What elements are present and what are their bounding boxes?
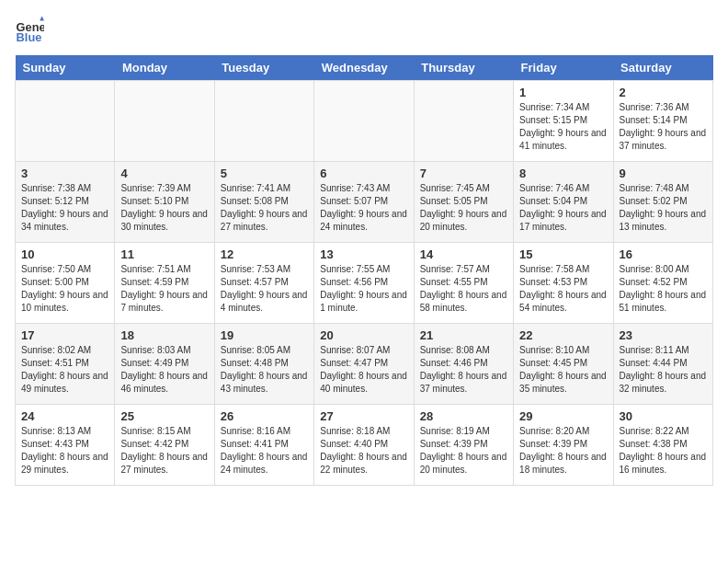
calendar-cell: 15Sunrise: 7:58 AM Sunset: 4:53 PM Dayli… [514, 243, 613, 324]
calendar-week-3: 10Sunrise: 7:50 AM Sunset: 5:00 PM Dayli… [16, 243, 713, 324]
day-info: Sunrise: 7:39 AM Sunset: 5:10 PM Dayligh… [120, 182, 208, 234]
day-number: 8 [519, 167, 607, 180]
header-thursday: Thursday [414, 55, 513, 81]
day-info: Sunrise: 8:02 AM Sunset: 4:51 PM Dayligh… [21, 344, 108, 396]
day-info: Sunrise: 7:38 AM Sunset: 5:12 PM Dayligh… [21, 182, 108, 234]
day-info: Sunrise: 8:03 AM Sunset: 4:49 PM Dayligh… [120, 344, 208, 396]
calendar-cell: 16Sunrise: 8:00 AM Sunset: 4:52 PM Dayli… [613, 243, 712, 324]
day-number: 2 [620, 86, 707, 99]
calendar-cell [16, 81, 115, 162]
calendar-cell [314, 81, 414, 162]
day-number: 21 [420, 328, 507, 342]
calendar-cell: 17Sunrise: 8:02 AM Sunset: 4:51 PM Dayli… [16, 324, 115, 405]
day-info: Sunrise: 7:50 AM Sunset: 5:00 PM Dayligh… [21, 263, 108, 315]
calendar-week-5: 24Sunrise: 8:13 AM Sunset: 4:43 PM Dayli… [16, 405, 713, 486]
day-info: Sunrise: 7:55 AM Sunset: 4:56 PM Dayligh… [320, 263, 407, 315]
day-info: Sunrise: 8:11 AM Sunset: 4:44 PM Dayligh… [620, 344, 707, 396]
day-number: 23 [620, 328, 707, 342]
calendar-cell: 22Sunrise: 8:10 AM Sunset: 4:45 PM Dayli… [514, 324, 613, 405]
day-info: Sunrise: 7:51 AM Sunset: 4:59 PM Dayligh… [120, 263, 208, 315]
day-info: Sunrise: 7:48 AM Sunset: 5:02 PM Dayligh… [620, 182, 707, 234]
calendar-cell [115, 81, 214, 162]
day-info: Sunrise: 7:36 AM Sunset: 5:14 PM Dayligh… [620, 101, 707, 153]
day-number: 1 [519, 86, 607, 99]
day-number: 15 [519, 247, 607, 261]
day-number: 19 [221, 328, 308, 342]
day-number: 9 [620, 167, 707, 180]
calendar-cell: 14Sunrise: 7:57 AM Sunset: 4:55 PM Dayli… [414, 243, 513, 324]
calendar-header-row: SundayMondayTuesdayWednesdayThursdayFrid… [16, 55, 713, 81]
day-info: Sunrise: 8:15 AM Sunset: 4:42 PM Dayligh… [120, 425, 208, 477]
calendar-cell: 27Sunrise: 8:18 AM Sunset: 4:40 PM Dayli… [314, 405, 414, 486]
day-info: Sunrise: 7:53 AM Sunset: 4:57 PM Dayligh… [221, 263, 308, 315]
calendar-cell: 4Sunrise: 7:39 AM Sunset: 5:10 PM Daylig… [115, 162, 214, 243]
calendar-cell: 1Sunrise: 7:34 AM Sunset: 5:15 PM Daylig… [514, 81, 613, 162]
page-header: General Blue [15, 15, 713, 44]
day-number: 30 [620, 409, 707, 423]
day-number: 14 [420, 247, 507, 261]
day-number: 12 [221, 247, 308, 261]
header-friday: Friday [514, 55, 613, 81]
day-number: 6 [320, 167, 407, 180]
day-number: 22 [519, 328, 607, 342]
calendar-cell: 3Sunrise: 7:38 AM Sunset: 5:12 PM Daylig… [16, 162, 115, 243]
calendar-cell: 20Sunrise: 8:07 AM Sunset: 4:47 PM Dayli… [314, 324, 414, 405]
day-number: 26 [221, 409, 308, 423]
day-number: 18 [120, 328, 208, 342]
header-tuesday: Tuesday [214, 55, 313, 81]
header-wednesday: Wednesday [314, 55, 414, 81]
day-info: Sunrise: 7:45 AM Sunset: 5:05 PM Dayligh… [420, 182, 507, 234]
day-number: 25 [120, 409, 208, 423]
calendar-cell: 25Sunrise: 8:15 AM Sunset: 4:42 PM Dayli… [115, 405, 214, 486]
day-info: Sunrise: 8:16 AM Sunset: 4:41 PM Dayligh… [221, 425, 308, 477]
calendar-cell [214, 81, 313, 162]
calendar-cell: 8Sunrise: 7:46 AM Sunset: 5:04 PM Daylig… [514, 162, 613, 243]
day-number: 29 [519, 409, 607, 423]
header-monday: Monday [115, 55, 214, 81]
calendar-cell: 5Sunrise: 7:41 AM Sunset: 5:08 PM Daylig… [214, 162, 313, 243]
day-info: Sunrise: 8:13 AM Sunset: 4:43 PM Dayligh… [21, 425, 108, 477]
day-number: 24 [21, 409, 108, 423]
calendar-cell: 18Sunrise: 8:03 AM Sunset: 4:49 PM Dayli… [115, 324, 214, 405]
day-info: Sunrise: 8:22 AM Sunset: 4:38 PM Dayligh… [620, 425, 707, 477]
day-info: Sunrise: 8:00 AM Sunset: 4:52 PM Dayligh… [620, 263, 707, 315]
day-info: Sunrise: 7:58 AM Sunset: 4:53 PM Dayligh… [519, 263, 607, 315]
day-info: Sunrise: 8:10 AM Sunset: 4:45 PM Dayligh… [519, 344, 607, 396]
calendar-week-2: 3Sunrise: 7:38 AM Sunset: 5:12 PM Daylig… [16, 162, 713, 243]
calendar-cell: 10Sunrise: 7:50 AM Sunset: 5:00 PM Dayli… [16, 243, 115, 324]
day-info: Sunrise: 8:20 AM Sunset: 4:39 PM Dayligh… [519, 425, 607, 477]
day-number: 28 [420, 409, 507, 423]
calendar-cell: 21Sunrise: 8:08 AM Sunset: 4:46 PM Dayli… [414, 324, 513, 405]
day-info: Sunrise: 7:57 AM Sunset: 4:55 PM Dayligh… [420, 263, 507, 315]
day-info: Sunrise: 8:18 AM Sunset: 4:40 PM Dayligh… [320, 425, 407, 477]
calendar-cell: 6Sunrise: 7:43 AM Sunset: 5:07 PM Daylig… [314, 162, 414, 243]
calendar-cell: 29Sunrise: 8:20 AM Sunset: 4:39 PM Dayli… [514, 405, 613, 486]
day-info: Sunrise: 8:07 AM Sunset: 4:47 PM Dayligh… [320, 344, 407, 396]
day-number: 27 [320, 409, 407, 423]
day-number: 10 [21, 247, 108, 261]
calendar-cell: 28Sunrise: 8:19 AM Sunset: 4:39 PM Dayli… [414, 405, 513, 486]
day-info: Sunrise: 7:46 AM Sunset: 5:04 PM Dayligh… [519, 182, 607, 234]
logo: General Blue [15, 15, 48, 44]
svg-text:Blue: Blue [17, 30, 42, 44]
calendar-week-4: 17Sunrise: 8:02 AM Sunset: 4:51 PM Dayli… [16, 324, 713, 405]
svg-marker-2 [40, 17, 44, 21]
calendar-cell: 11Sunrise: 7:51 AM Sunset: 4:59 PM Dayli… [115, 243, 214, 324]
calendar-cell: 13Sunrise: 7:55 AM Sunset: 4:56 PM Dayli… [314, 243, 414, 324]
calendar-cell [414, 81, 513, 162]
header-saturday: Saturday [613, 55, 712, 81]
calendar-cell: 9Sunrise: 7:48 AM Sunset: 5:02 PM Daylig… [613, 162, 712, 243]
calendar-cell: 19Sunrise: 8:05 AM Sunset: 4:48 PM Dayli… [214, 324, 313, 405]
calendar-cell: 26Sunrise: 8:16 AM Sunset: 4:41 PM Dayli… [214, 405, 313, 486]
day-info: Sunrise: 8:08 AM Sunset: 4:46 PM Dayligh… [420, 344, 507, 396]
calendar-cell: 24Sunrise: 8:13 AM Sunset: 4:43 PM Dayli… [16, 405, 115, 486]
day-number: 3 [21, 167, 108, 180]
calendar-cell: 30Sunrise: 8:22 AM Sunset: 4:38 PM Dayli… [613, 405, 712, 486]
calendar-cell: 7Sunrise: 7:45 AM Sunset: 5:05 PM Daylig… [414, 162, 513, 243]
header-sunday: Sunday [16, 55, 115, 81]
day-info: Sunrise: 7:41 AM Sunset: 5:08 PM Dayligh… [221, 182, 308, 234]
day-info: Sunrise: 8:19 AM Sunset: 4:39 PM Dayligh… [420, 425, 507, 477]
calendar-table: SundayMondayTuesdayWednesdayThursdayFrid… [15, 55, 713, 486]
logo-icon: General Blue [15, 15, 44, 44]
day-number: 11 [120, 247, 208, 261]
